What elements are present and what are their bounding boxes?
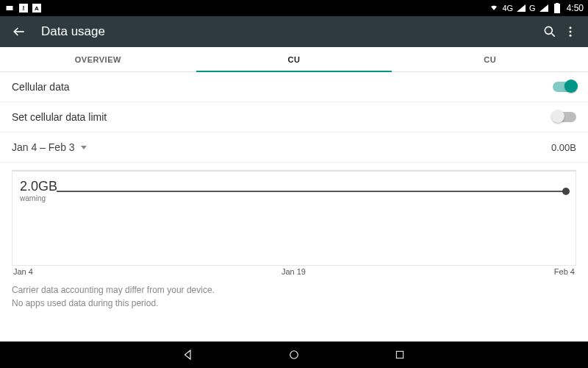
cellular-data-row[interactable]: Cellular data — [0, 72, 588, 102]
set-limit-toggle[interactable] — [553, 112, 576, 122]
x-tick-start: Jan 4 — [13, 267, 33, 276]
cellular-data-label: Cellular data — [12, 81, 70, 93]
svg-rect-1 — [554, 4, 560, 13]
usage-chart-area: 2.0GB warning Jan 4 Jan 19 Feb 4 — [0, 163, 588, 276]
tab-overview[interactable]: OVERVIEW — [0, 47, 196, 71]
chart-x-axis: Jan 4 Jan 19 Feb 4 — [12, 266, 576, 276]
date-range-label: Jan 4 – Feb 3 — [12, 141, 75, 153]
app-bar: Data usage — [0, 16, 588, 47]
svg-point-4 — [570, 26, 572, 29]
tab-cu-1[interactable]: CU — [196, 47, 392, 71]
back-button[interactable] — [10, 23, 28, 40]
warning-caption: warning — [20, 194, 57, 202]
svg-point-5 — [570, 31, 572, 33]
screenshot-icon — [4, 3, 15, 13]
signal-icon-2 — [539, 3, 549, 13]
status-bar: ! A 4G G 4:50 — [0, 0, 588, 16]
svg-point-3 — [545, 26, 552, 34]
set-limit-row[interactable]: Set cellular data limit — [0, 102, 588, 132]
svg-rect-2 — [556, 3, 559, 4]
svg-rect-0 — [7, 6, 13, 10]
cellular-data-toggle[interactable] — [553, 82, 576, 92]
battery-icon — [552, 3, 562, 13]
sim-alert-icon-1: ! — [19, 4, 28, 13]
set-limit-label: Set cellular data limit — [12, 111, 107, 123]
usage-chart: 2.0GB warning — [12, 170, 576, 266]
usage-total: 0.00B — [551, 142, 576, 153]
svg-point-7 — [290, 351, 298, 359]
warning-threshold-value: 2.0 — [20, 179, 38, 194]
chevron-down-icon — [81, 146, 87, 149]
navigation-bar — [0, 342, 588, 368]
search-button[interactable] — [539, 21, 560, 42]
nav-home-button[interactable] — [285, 346, 303, 364]
nav-recents-button[interactable] — [391, 346, 409, 364]
wifi-icon — [489, 3, 499, 13]
svg-rect-8 — [396, 351, 403, 358]
warning-line — [57, 191, 567, 192]
nav-back-button[interactable] — [179, 346, 197, 364]
sim-alert-icon-2: A — [32, 4, 41, 13]
tabs: OVERVIEW CU CU — [0, 47, 588, 72]
date-range-dropdown[interactable]: Jan 4 – Feb 3 — [12, 141, 87, 153]
page-title: Data usage — [41, 24, 105, 39]
tab-cu-2[interactable]: CU — [392, 47, 588, 71]
network-type-2: G — [529, 4, 536, 13]
date-range-row: Jan 4 – Feb 3 0.00B — [0, 132, 588, 163]
clock: 4:50 — [567, 3, 584, 13]
network-type-1: 4G — [502, 4, 513, 13]
signal-icon-1 — [516, 3, 526, 13]
warning-drag-handle[interactable] — [562, 188, 570, 195]
svg-point-6 — [570, 35, 572, 37]
overflow-menu-button[interactable] — [560, 21, 581, 42]
note-no-apps: No apps used data during this period. — [12, 297, 576, 310]
x-tick-mid: Jan 19 — [282, 267, 306, 276]
footer-notes: Carrier data accounting may differ from … — [0, 276, 588, 316]
warning-threshold-unit: GB — [38, 179, 57, 194]
x-tick-end: Feb 4 — [554, 267, 575, 276]
note-carrier: Carrier data accounting may differ from … — [12, 283, 576, 297]
